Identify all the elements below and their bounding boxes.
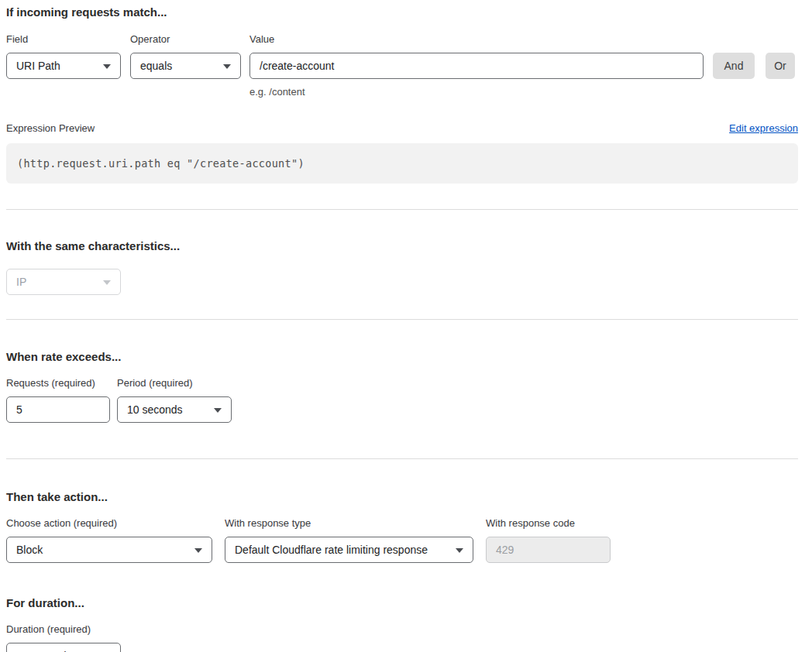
operator-select[interactable]: equals (130, 53, 241, 79)
duration-select[interactable]: 10 seconds (6, 643, 121, 652)
response-code-input (486, 537, 611, 563)
response-code-label: With response code (486, 517, 611, 530)
chevron-down-icon (214, 408, 222, 413)
value-column: Value e.g. /content (249, 33, 704, 98)
period-select-value: 10 seconds (127, 403, 183, 416)
response-type-label: With response type (225, 517, 473, 530)
action-row: Choose action (required) Block With resp… (6, 517, 798, 563)
and-button[interactable]: And (713, 53, 755, 79)
duration-label: Duration (required) (6, 623, 121, 636)
rate-section-title: When rate exceeds... (6, 349, 798, 365)
logic-buttons: And Or (713, 53, 795, 79)
choose-action-label: Choose action (required) (6, 517, 212, 530)
field-select-value: URI Path (16, 60, 60, 72)
chevron-down-icon (194, 548, 202, 553)
choose-action-select[interactable]: Block (6, 537, 212, 563)
choose-action-select-value: Block (16, 544, 43, 556)
operator-label: Operator (130, 33, 241, 46)
period-column: Period (required) 10 seconds (117, 377, 232, 423)
field-label: Field (6, 33, 121, 46)
chevron-down-icon (103, 280, 111, 285)
expression-code: (http.request.uri.path eq "/create-accou… (17, 157, 304, 170)
expression-preview-block: (http.request.uri.path eq "/create-accou… (6, 143, 798, 184)
rate-row: Requests (required) Period (required) 10… (6, 377, 798, 423)
edit-expression-link[interactable]: Edit expression (729, 122, 798, 134)
rate-limiting-rule-form: If incoming requests match... Field URI … (0, 0, 812, 652)
period-label: Period (required) (117, 377, 232, 389)
value-input[interactable] (249, 53, 704, 79)
duration-section-title: For duration... (6, 595, 798, 611)
chevron-down-icon (103, 64, 111, 69)
field-column: Field URI Path (6, 33, 121, 79)
section-divider (6, 458, 798, 459)
expression-preview-label: Expression Preview (6, 122, 95, 135)
period-select[interactable]: 10 seconds (117, 396, 232, 423)
requests-label: Requests (required) (6, 377, 110, 389)
action-section-title: Then take action... (6, 489, 798, 505)
field-select[interactable]: URI Path (6, 53, 121, 79)
match-section-title: If incoming requests match... (6, 5, 798, 20)
section-divider (6, 209, 798, 210)
chevron-down-icon (456, 548, 463, 553)
response-type-select-value: Default Cloudflare rate limiting respons… (235, 544, 428, 556)
section-divider (6, 319, 798, 320)
requests-input[interactable] (6, 396, 110, 423)
operator-column: Operator equals (130, 33, 241, 79)
operator-select-value: equals (140, 60, 172, 72)
expression-preview-header: Expression Preview Edit expression (6, 122, 798, 135)
chevron-down-icon (223, 64, 231, 69)
match-builder-row: Field URI Path Operator equals Value e.g… (6, 33, 798, 98)
duration-column: Duration (required) 10 seconds (6, 623, 121, 652)
response-type-select[interactable]: Default Cloudflare rate limiting respons… (225, 537, 473, 563)
characteristic-select-value: IP (16, 276, 26, 288)
response-code-column: With response code (486, 517, 611, 563)
choose-action-column: Choose action (required) Block (6, 517, 212, 563)
or-button[interactable]: Or (766, 53, 795, 79)
response-type-column: With response type Default Cloudflare ra… (225, 517, 473, 563)
requests-column: Requests (required) (6, 377, 110, 423)
value-hint: e.g. /content (249, 86, 704, 98)
characteristic-select[interactable]: IP (6, 269, 121, 295)
value-label: Value (249, 33, 704, 46)
characteristics-section-title: With the same characteristics... (6, 238, 798, 254)
